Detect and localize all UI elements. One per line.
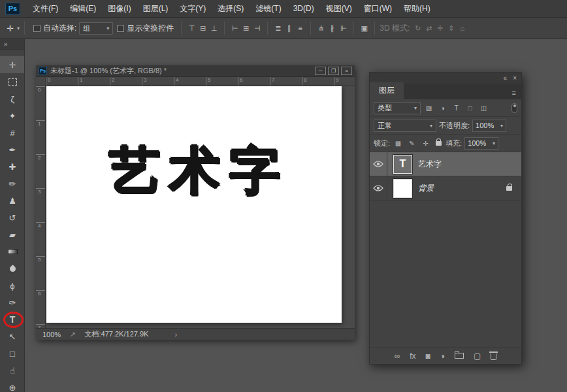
lock-pixels-icon[interactable]: ✎ [406,140,417,147]
align-top-icon[interactable]: ⊤ [186,24,197,33]
lock-all-icon[interactable] [434,141,443,146]
distribute-right-icon[interactable]: ⊩ [338,24,349,33]
marquee-tool[interactable] [0,73,25,90]
panel-menu-icon[interactable]: ≡ [512,89,516,99]
ruler-mark: 1 [78,77,110,86]
lasso-icon: ζ [10,94,14,104]
add-mask-icon[interactable]: ◙ [426,351,430,361]
ruler-mark: 0 [46,77,78,86]
distribute-bottom-icon[interactable]: ≡ [295,24,306,32]
visibility-toggle[interactable] [370,152,387,176]
blur-tool[interactable] [0,260,25,277]
menu-file[interactable]: 文件(F) [27,0,64,18]
minimize-button[interactable]: ─ [315,67,326,75]
dodge-tool[interactable]: ϕ [0,277,25,294]
layer-thumbnail[interactable] [393,179,412,198]
layer-thumbnail[interactable]: T [393,155,412,174]
healing-brush-tool[interactable]: ✚ [0,158,25,175]
distribute-hcenter-icon[interactable]: ∦ [327,24,338,33]
eraser-tool[interactable]: ▰ [0,226,25,243]
new-layer-icon[interactable]: ▢ [474,351,481,361]
maximize-button[interactable]: ❐ [328,67,339,75]
type-tool[interactable]: T [0,311,25,328]
align-right-icon[interactable]: ⊣ [251,24,263,33]
pen-tool[interactable]: ✑ [0,294,25,311]
delete-layer-icon[interactable] [491,352,496,360]
document-window: Ps 未标题-1 @ 100% (艺术字, RGB/8) * ─ ❐ × 0 1… [36,65,355,340]
path-select-tool[interactable]: ↖ [0,328,25,345]
new-group-icon[interactable] [455,353,464,359]
auto-select-value: 组 [83,24,90,33]
ruler-mark: 0 [36,86,45,120]
opacity-field[interactable]: 100% ▾ [472,120,506,132]
align-bottom-icon[interactable]: ⊥ [208,24,219,33]
clone-stamp-tool[interactable]: ♟ [0,192,25,209]
ruler-mark: 5 [36,256,45,290]
layers-list: T 艺术字 背景 [370,152,521,347]
gradient-tool[interactable] [0,243,25,260]
layer-row-art-text[interactable]: T 艺术字 [370,152,521,176]
menu-layer[interactable]: 图层(L) [137,0,174,18]
close-panel-icon[interactable]: × [513,74,517,82]
visibility-toggle[interactable] [370,176,387,200]
quick-select-tool[interactable]: ✦ [0,107,25,124]
menu-type[interactable]: 文字(Y) [174,0,212,18]
lasso-tool[interactable]: ζ [0,90,25,107]
align-left-icon[interactable]: ⊢ [229,24,240,33]
menu-filter[interactable]: 滤镜(T) [250,0,287,18]
layer-name: 背景 [418,183,434,194]
adjustment-layer-icon[interactable]: ◑ [440,351,445,361]
filter-type-dropdown[interactable]: 类型 ▾ [374,102,421,114]
auto-select-target-dropdown[interactable]: 组 ▾ [79,22,113,35]
separator [181,22,182,35]
3d-roll-icon: ⇄ [423,24,434,33]
close-button[interactable]: × [341,67,352,75]
distribute-vcenter-icon[interactable]: ∥ [284,24,295,33]
auto-align-icon[interactable]: ▣ [359,24,370,33]
filter-adjustment-icon[interactable]: ◑ [437,105,448,112]
document-titlebar[interactable]: Ps 未标题-1 @ 100% (艺术字, RGB/8) * ─ ❐ × [36,65,355,77]
history-brush-tool[interactable]: ↺ [0,209,25,226]
status-chevron-icon[interactable]: › [174,331,177,338]
filter-pixel-icon[interactable]: ▨ [423,105,434,112]
link-layers-icon[interactable]: ∞ [395,351,400,361]
menu-image[interactable]: 图像(I) [102,0,137,18]
filter-toggle[interactable] [511,103,517,113]
move-tool[interactable]: ✛ [0,56,25,73]
align-vcenter-icon[interactable]: ⊟ [197,24,208,33]
filter-shape-icon[interactable]: □ [464,105,476,112]
toolbar-collapse-button[interactable]: » [0,39,24,50]
eyedropper-tool[interactable]: ✒ [0,141,25,158]
tab-layers[interactable]: 图层 [370,82,404,99]
filter-type-layer-icon[interactable]: T [451,105,462,112]
menu-3d[interactable]: 3D(D) [287,0,320,18]
crop-tool[interactable]: # [0,124,25,141]
lock-transparent-icon[interactable]: ▦ [393,140,404,147]
menu-select[interactable]: 选择(S) [212,0,250,18]
show-transform-checkbox[interactable] [117,25,124,32]
rectangle-tool[interactable]: □ [0,345,25,362]
hand-tool[interactable]: ☝ [0,362,25,379]
zoom-tool[interactable]: ⊕ [0,379,25,392]
lock-position-icon[interactable]: ✛ [420,140,431,147]
lock-row: 锁定: ▦ ✎ ✛ 填充: 100% ▾ [370,135,521,152]
distribute-top-icon[interactable]: ≣ [272,24,284,33]
blend-mode-dropdown[interactable]: 正常 ▾ [374,120,436,132]
fill-field[interactable]: 100% ▾ [464,137,498,150]
menu-help[interactable]: 帮助(H) [398,0,436,18]
auto-select-checkbox[interactable] [33,25,40,32]
layer-style-icon[interactable]: fx [410,351,415,361]
expand-icon[interactable]: ↗ [70,331,75,338]
align-hcenter-icon[interactable]: ⊞ [240,24,251,33]
distribute-left-icon[interactable]: ⋔ [316,24,327,33]
filter-smart-object-icon[interactable]: ◫ [478,105,489,112]
brush-tool[interactable]: ✏ [0,175,25,192]
zoom-icon: ⊕ [9,383,16,392]
collapse-panel-icon[interactable]: « [504,74,508,82]
menu-edit[interactable]: 编辑(E) [64,0,102,18]
layer-row-background[interactable]: 背景 [370,176,521,201]
menu-window[interactable]: 窗口(W) [358,0,398,18]
menu-view[interactable]: 视图(V) [320,0,358,18]
canvas[interactable]: 艺术字 [46,86,342,323]
zoom-level[interactable]: 100% [42,331,61,338]
